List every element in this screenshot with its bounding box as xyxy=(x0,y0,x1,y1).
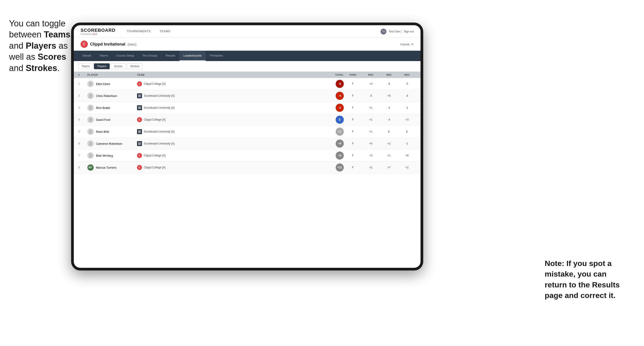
rd1-cell: +2 xyxy=(362,166,380,169)
team-name: Scoreboard University [A] xyxy=(144,130,174,133)
tab-details[interactable]: Details xyxy=(78,51,96,61)
player-avatar xyxy=(87,152,94,159)
tab-teams[interactable]: Teams xyxy=(96,51,112,61)
user-label: Test User | xyxy=(389,30,402,33)
row-num: 4 xyxy=(78,118,87,121)
player-cell: Cameron Robertson xyxy=(87,141,137,147)
table-row: 6 Cameron Robertson Scoreboard Universit… xyxy=(74,138,420,150)
svg-rect-5 xyxy=(138,95,141,95)
svg-point-14 xyxy=(89,120,92,122)
sign-out-link[interactable]: Sign out xyxy=(404,30,414,33)
rd3-cell: -5 xyxy=(398,82,416,85)
col-header-team: TEAM xyxy=(137,73,321,76)
logo-brand: clippd xyxy=(92,33,97,35)
svg-point-4 xyxy=(89,96,92,98)
rd3-cell: +2 xyxy=(398,166,416,169)
rd1-cell: +3 xyxy=(362,82,380,85)
table-row: 2 Chris Robertson Scoreboard University … xyxy=(74,90,420,102)
cancel-button[interactable]: Cancel ✕ xyxy=(400,42,414,46)
right-annotation: Note: If you spot a mistake, you can ret… xyxy=(545,258,630,301)
user-avatar: TU xyxy=(380,29,386,34)
rd1-cell: +1 xyxy=(362,118,380,121)
player-avatar xyxy=(87,141,94,147)
table-row: 7 Blair McHarg C Clippd College [A] +8 F… xyxy=(74,150,420,162)
score-badge: E xyxy=(336,116,344,124)
player-cell: Blair McHarg xyxy=(87,152,137,159)
subtab-strokes[interactable]: Strokes xyxy=(127,63,143,69)
player-name: Elliot Ebert xyxy=(96,82,110,86)
thru-cell: F xyxy=(344,154,362,157)
table-header: # PLAYER TEAM TOTAL THRU RD1 RD2 RD3 xyxy=(74,72,420,78)
col-header-player: PLAYER xyxy=(87,73,137,76)
subtab-teams[interactable]: Teams xyxy=(78,63,93,69)
team-logo-icon: C xyxy=(137,81,142,86)
logo-main-text: SCOREBOARD xyxy=(80,28,115,33)
bold-teams: Teams xyxy=(44,30,70,39)
note-label: Note: If you spot a mistake, you can ret… xyxy=(545,259,620,300)
tab-printables[interactable]: Printables xyxy=(206,51,227,61)
leaderboard-table: # PLAYER TEAM TOTAL THRU RD1 RD2 RD3 1 E… xyxy=(74,72,420,268)
svg-rect-24 xyxy=(138,144,141,145)
rd3-cell: +3 xyxy=(398,118,416,121)
col-header-rd3: RD3 xyxy=(398,73,416,76)
tab-tee-groups[interactable]: Tee Groups xyxy=(138,51,162,61)
table-row: 8 MT Marcus Turners C Clippd College [A]… xyxy=(74,162,420,173)
tab-course-setup[interactable]: Course Setup xyxy=(112,51,138,61)
table-row: 1 Elliot Ebert C Clippd College [A] -8 F… xyxy=(74,78,420,90)
team-name: Scoreboard University [A] xyxy=(144,106,174,109)
score-badge: +1 xyxy=(336,128,344,136)
rd2-cell: E xyxy=(380,130,398,133)
rd2-cell: -4 xyxy=(380,118,398,121)
svg-rect-23 xyxy=(138,143,141,144)
row-num: 6 xyxy=(78,142,87,145)
player-name: David Ford xyxy=(96,118,110,122)
app-logo: SCOREBOARD Powered by clippd xyxy=(80,28,115,35)
player-name: Marcus Turners xyxy=(96,166,116,169)
player-name: Cameron Robertson xyxy=(96,142,122,145)
table-body: 1 Elliot Ebert C Clippd College [A] -8 F… xyxy=(74,78,420,173)
thru-cell: F xyxy=(344,130,362,133)
player-cell: Rees Britt xyxy=(87,129,137,135)
rd2-cell: +5 xyxy=(380,94,398,97)
rd3-cell: -4 xyxy=(398,94,416,97)
svg-point-21 xyxy=(89,144,92,145)
team-name: Clippd College [A] xyxy=(144,166,166,169)
tab-results[interactable]: Results xyxy=(162,51,180,61)
team-logo-icon: C xyxy=(137,117,142,122)
svg-rect-7 xyxy=(138,96,141,97)
svg-rect-17 xyxy=(138,131,141,131)
svg-point-15 xyxy=(90,130,91,132)
rd2-cell: +7 xyxy=(380,166,398,169)
table-row: 3 Rich Butler Scoreboard University [A] … xyxy=(74,102,420,114)
rd2-cell: -2 xyxy=(380,106,398,109)
svg-rect-12 xyxy=(138,108,141,109)
score-badge: -4 xyxy=(336,92,344,100)
thru-cell: F xyxy=(344,82,362,85)
score-badge: +6 xyxy=(336,140,344,148)
nav-tournaments[interactable]: TOURNAMENTS xyxy=(122,25,155,38)
rd2-cell: +1 xyxy=(380,154,398,157)
score-badge: -2 xyxy=(336,104,344,112)
score-badge: -8 xyxy=(336,80,344,88)
rd1-cell: +1 xyxy=(362,130,380,133)
logo-sub-text: Powered by clippd xyxy=(80,33,115,35)
total-cell: -8 xyxy=(321,80,344,88)
rd3-cell: -1 xyxy=(398,142,416,145)
svg-point-2 xyxy=(89,84,92,86)
subtab-scores[interactable]: Scores xyxy=(110,63,126,69)
rd2-cell: -6 xyxy=(380,82,398,85)
subtab-players[interactable]: Players xyxy=(94,63,110,69)
svg-point-13 xyxy=(90,118,91,120)
tournament-subtitle: (Men) xyxy=(128,42,136,46)
player-name: Rich Butler xyxy=(96,106,110,110)
cancel-icon: ✕ xyxy=(411,42,414,46)
team-cell: Scoreboard University [A] xyxy=(137,105,321,110)
tab-leaderboards[interactable]: Leaderboards xyxy=(180,51,206,61)
player-cell: Chris Robertson xyxy=(87,93,137,99)
header-right: TU Test User | Sign out xyxy=(380,29,414,34)
tablet-device: SCOREBOARD Powered by clippd TOURNAMENTS… xyxy=(71,22,423,271)
nav-teams[interactable]: TEAMS xyxy=(155,25,175,38)
row-num: 2 xyxy=(78,94,87,97)
tournament-bar: C Clippd Invitational (Men) Cancel ✕ xyxy=(74,38,420,51)
svg-rect-18 xyxy=(138,131,141,132)
